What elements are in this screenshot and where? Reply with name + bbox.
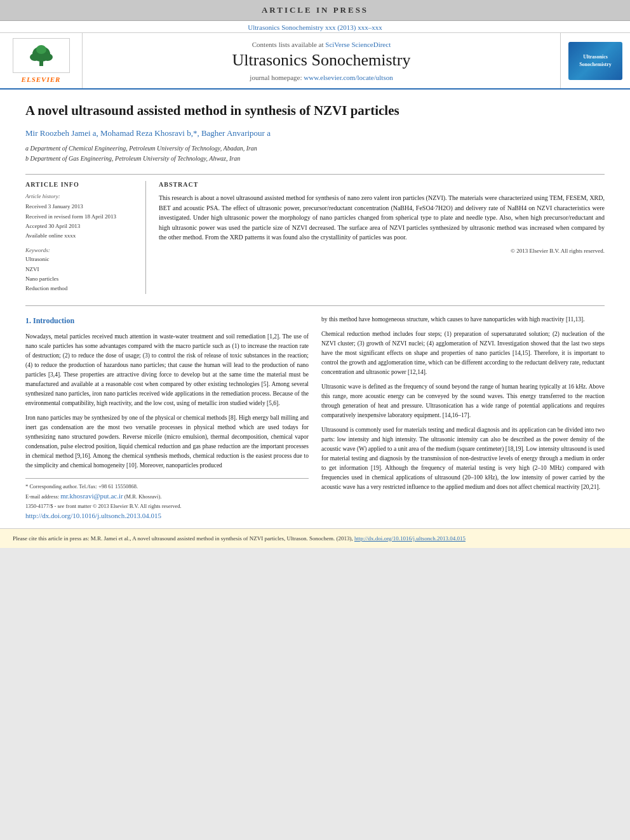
abstract-col: ABSTRACT This research is about a novel … bbox=[159, 181, 605, 293]
keyword-2: NZVI bbox=[25, 265, 137, 274]
introduction-title: 1. Introduction bbox=[25, 315, 309, 327]
section-divider bbox=[25, 305, 605, 306]
intro-para-2: Iron nano particles may be synthesized b… bbox=[25, 413, 309, 470]
email-footnote: E-mail address: mr.khosravi@put.ac.ir (M… bbox=[25, 491, 309, 502]
two-col-text: 1. Introduction Nowadays, metal particle… bbox=[25, 315, 605, 522]
citation-doi-link[interactable]: http://dx.doi.org/10.1016/j.ultsonch.201… bbox=[354, 535, 466, 542]
journal-title-main: Ultrasonics Sonochemistry bbox=[232, 51, 411, 70]
available-date: Available online xxxx bbox=[25, 231, 137, 241]
received-date: Received 3 January 2013 bbox=[25, 202, 137, 211]
authors-text: Mir Roozbeh Jamei a, Mohamad Reza Khosra… bbox=[25, 128, 271, 138]
keywords-label: Keywords: bbox=[25, 247, 137, 253]
page-wrapper: ARTICLE IN PRESS Ultrasonics Sonochemist… bbox=[0, 0, 630, 548]
doi-link[interactable]: http://dx.doi.org/10.1016/j.ultsonch.201… bbox=[25, 512, 161, 519]
footnote-area: * Corresponding author. Tel./fax: +98 61… bbox=[25, 478, 309, 522]
abstract-heading: ABSTRACT bbox=[159, 181, 605, 188]
sciverse-prefix: Contents lists available at bbox=[252, 41, 324, 48]
elsevier-logo-area: ELSEVIER bbox=[0, 33, 83, 88]
svg-point-3 bbox=[43, 53, 53, 61]
right-para-2: Chemical reduction method includes four … bbox=[321, 330, 605, 377]
abstract-text: This research is about a novel ultrasoun… bbox=[159, 193, 605, 243]
journal-center: Contents lists available at SciVerse Sci… bbox=[83, 33, 560, 88]
sciverse-line: Contents lists available at SciVerse Sci… bbox=[252, 41, 391, 48]
journal-ref-line: Ultrasonics Sonochemistry xxx (2013) xxx… bbox=[0, 21, 630, 32]
right-text-col: by this method have homogeneous structur… bbox=[321, 315, 605, 522]
banner-text: ARTICLE IN PRESS bbox=[262, 5, 368, 15]
email-name: (M.R. Khosravi). bbox=[124, 493, 162, 500]
homepage-label: journal homepage: bbox=[250, 74, 302, 81]
keywords-list: Ultrasonic NZVI Nano particles Reduction… bbox=[25, 255, 137, 293]
copyright-line: © 2013 Elsevier B.V. All rights reserved… bbox=[159, 248, 605, 254]
article-title: A novel ultrasound assisted method in sy… bbox=[25, 102, 605, 119]
keyword-1: Ultrasonic bbox=[25, 255, 137, 264]
left-text-col: 1. Introduction Nowadays, metal particle… bbox=[25, 315, 309, 522]
affiliation-a: a Department of Chemical Engineering, Pe… bbox=[25, 143, 605, 154]
doi-line: http://dx.doi.org/10.1016/j.ultsonch.201… bbox=[25, 510, 309, 522]
elsevier-logo-box bbox=[13, 38, 70, 73]
article-info-col: ARTICLE INFO Article history: Received 3… bbox=[25, 181, 146, 293]
journal-ref-text: Ultrasonics Sonochemistry xxx (2013) xxx… bbox=[248, 23, 382, 31]
email-label: E-mail address: bbox=[25, 493, 60, 500]
journal-homepage-line: journal homepage: www.elsevier.com/locat… bbox=[250, 74, 392, 81]
intro-para-1: Nowadays, metal particles received much … bbox=[25, 332, 309, 408]
right-para-1: by this method have homogeneous structur… bbox=[321, 315, 605, 324]
info-abstract-row: ARTICLE INFO Article history: Received 3… bbox=[25, 174, 605, 293]
citation-prefix: Please cite this article in press as: M.… bbox=[13, 535, 353, 542]
ultrasonics-logo-box: UltrasonicsSonochemistry bbox=[568, 42, 622, 80]
svg-point-4 bbox=[36, 45, 46, 54]
info-dates: Received 3 January 2013 Received in revi… bbox=[25, 202, 137, 241]
top-header: ELSEVIER Contents lists available at Sci… bbox=[0, 32, 630, 90]
citation-bar: Please cite this article in press as: M.… bbox=[0, 528, 630, 548]
elsevier-brand-label: ELSEVIER bbox=[22, 76, 61, 83]
article-info-heading: ARTICLE INFO bbox=[25, 181, 137, 188]
ultrasonics-logo-text: UltrasonicsSonochemistry bbox=[579, 53, 612, 67]
keyword-3: Nano particles bbox=[25, 274, 137, 284]
issn-line: 1350-4177/$ - see front matter © 2013 El… bbox=[25, 502, 309, 511]
right-para-4: Ultrasound is commonly used for material… bbox=[321, 425, 605, 492]
article-content: A novel ultrasound assisted method in sy… bbox=[0, 90, 630, 528]
right-para-3: Ultrasonic wave is defined as the freque… bbox=[321, 382, 605, 420]
corresponding-footnote: * Corresponding author. Tel./fax: +98 61… bbox=[25, 483, 309, 491]
received-revised-date: Received in revised form 18 April 2013 bbox=[25, 212, 137, 222]
sciverse-link[interactable]: SciVerse ScienceDirect bbox=[325, 41, 391, 48]
svg-point-2 bbox=[30, 53, 40, 61]
authors-line: Mir Roozbeh Jamei a, Mohamad Reza Khosra… bbox=[25, 128, 605, 138]
email-link[interactable]: mr.khosravi@put.ac.ir bbox=[60, 492, 123, 500]
homepage-url[interactable]: www.elsevier.com/locate/ultson bbox=[304, 74, 392, 81]
ultrasonics-logo-area: UltrasonicsSonochemistry bbox=[560, 33, 630, 88]
history-label: Article history: bbox=[25, 193, 137, 199]
accepted-date: Accepted 30 April 2013 bbox=[25, 222, 137, 231]
article-in-press-banner: ARTICLE IN PRESS bbox=[0, 0, 630, 21]
keyword-4: Reduction method bbox=[25, 284, 137, 293]
elsevier-tree-icon bbox=[25, 44, 57, 67]
affiliation-b: b Department of Gas Engineering, Petrole… bbox=[25, 154, 605, 164]
affiliations: a Department of Chemical Engineering, Pe… bbox=[25, 143, 605, 164]
